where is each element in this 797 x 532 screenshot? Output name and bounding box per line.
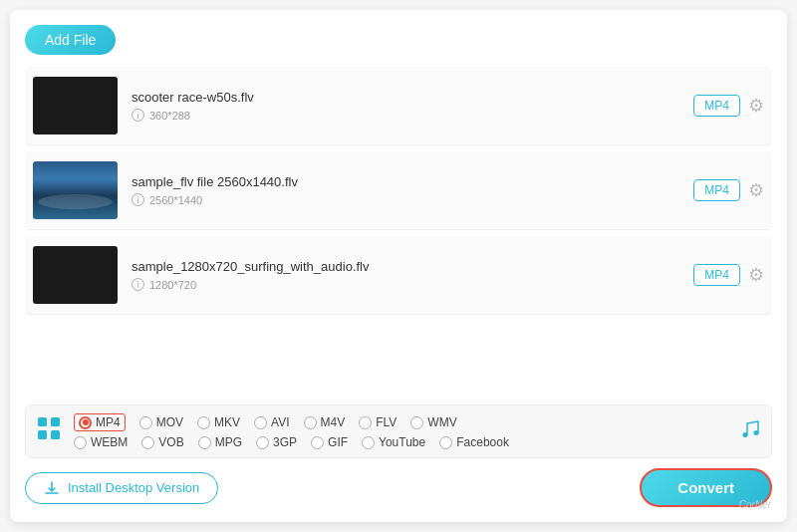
main-container: Add File scooter race-w50s.flv i 360*288… — [10, 10, 787, 522]
table-row: sample_flv file 2560x1440.flv i 2560*144… — [25, 151, 772, 230]
file-info-3: sample_1280x720_surfing_with_audio.flv i… — [132, 259, 693, 291]
top-bar: Add File — [25, 25, 772, 55]
format-label-mov: MOV — [156, 415, 183, 429]
gear-icon-2[interactable]: ⚙ — [748, 179, 764, 201]
format-label-webm: WEBM — [91, 435, 128, 449]
file-name-1: scooter race-w50s.flv — [132, 90, 693, 105]
table-row: scooter race-w50s.flv i 360*288 MP4 ⚙ — [25, 67, 772, 145]
format-label-mkv: MKV — [214, 415, 240, 429]
format-label-mp4: MP4 — [96, 415, 121, 429]
file-actions-3: MP4 ⚙ — [693, 264, 764, 286]
format-label-wmv: WMV — [427, 415, 456, 429]
svg-rect-1 — [51, 417, 60, 426]
format-option-wmv[interactable]: WMV — [410, 415, 456, 429]
info-icon-1: i — [132, 109, 144, 122]
gear-icon-3[interactable]: ⚙ — [748, 264, 764, 286]
download-icon — [44, 480, 60, 496]
radio-gif — [311, 436, 324, 449]
format-option-flv[interactable]: FLV — [359, 415, 397, 429]
file-meta-3: i 1280*720 — [132, 278, 693, 291]
grid-icon[interactable] — [36, 415, 62, 447]
format-label-flv: FLV — [376, 415, 397, 429]
radio-mp4 — [79, 416, 92, 429]
format-option-mp4[interactable]: MP4 — [74, 413, 126, 431]
svg-rect-2 — [38, 430, 47, 439]
format-label-gif: GIF — [328, 435, 348, 449]
info-icon-3: i — [132, 278, 144, 291]
format-option-youtube[interactable]: YouTube — [362, 435, 425, 449]
svg-rect-3 — [51, 430, 60, 439]
file-thumbnail-2 — [33, 161, 118, 219]
file-dimensions-1: 360*288 — [149, 110, 190, 122]
info-icon-2: i — [132, 193, 144, 206]
radio-mov — [139, 416, 152, 429]
format-row-2: WEBM VOB MPG 3GP GIF — [74, 435, 729, 449]
format-option-m4v[interactable]: M4V — [304, 415, 346, 429]
format-row-1: MP4 MOV MKV AVI M4V — [74, 413, 729, 431]
file-meta-1: i 360*288 — [132, 109, 693, 122]
format-bar: MP4 MOV MKV AVI M4V — [25, 404, 772, 458]
file-actions-2: MP4 ⚙ — [693, 179, 764, 201]
file-info-2: sample_flv file 2560x1440.flv i 2560*144… — [132, 174, 693, 206]
format-option-webm[interactable]: WEBM — [74, 435, 128, 449]
table-row: sample_1280x720_surfing_with_audio.flv i… — [25, 236, 772, 315]
format-option-gif[interactable]: GIF — [311, 435, 348, 449]
format-label-vob: VOB — [158, 435, 183, 449]
format-option-facebook[interactable]: Facebook — [439, 435, 509, 449]
svg-point-5 — [754, 430, 759, 435]
install-label: Install Desktop Version — [68, 480, 199, 495]
format-label-avi: AVI — [271, 415, 289, 429]
format-label-3gp: 3GP — [273, 435, 297, 449]
format-label-youtube: YouTube — [379, 435, 425, 449]
file-info-1: scooter race-w50s.flv i 360*288 — [132, 90, 693, 122]
format-badge-3[interactable]: MP4 — [693, 264, 740, 286]
format-label-facebook: Facebook — [456, 435, 509, 449]
gear-icon-1[interactable]: ⚙ — [748, 95, 764, 117]
radio-mpg — [198, 436, 211, 449]
radio-webm — [74, 436, 87, 449]
format-badge-1[interactable]: MP4 — [693, 95, 740, 117]
file-thumbnail-1 — [33, 77, 118, 134]
format-option-mpg[interactable]: MPG — [198, 435, 242, 449]
file-name-3: sample_1280x720_surfing_with_audio.flv — [132, 259, 693, 274]
file-name-2: sample_flv file 2560x1440.flv — [132, 174, 693, 189]
file-actions-1: MP4 ⚙ — [693, 95, 764, 117]
radio-vob — [141, 436, 154, 449]
add-file-button[interactable]: Add File — [25, 25, 116, 55]
install-desktop-button[interactable]: Install Desktop Version — [25, 472, 218, 504]
format-option-vob[interactable]: VOB — [141, 435, 183, 449]
music-icon[interactable] — [739, 418, 761, 445]
radio-flv — [359, 416, 372, 429]
format-option-mov[interactable]: MOV — [139, 415, 183, 429]
format-label-m4v: M4V — [321, 415, 346, 429]
format-badge-2[interactable]: MP4 — [693, 179, 740, 201]
format-options: MP4 MOV MKV AVI M4V — [74, 413, 729, 449]
corner-text: CorNer — [739, 499, 771, 510]
svg-point-4 — [743, 432, 748, 437]
file-dimensions-2: 2560*1440 — [149, 194, 202, 206]
action-bar: Install Desktop Version Convert — [25, 468, 772, 507]
radio-3gp — [256, 436, 269, 449]
file-thumbnail-3 — [33, 246, 118, 304]
radio-facebook — [439, 436, 452, 449]
format-option-mkv[interactable]: MKV — [197, 415, 240, 429]
file-dimensions-3: 1280*720 — [149, 279, 196, 291]
radio-avi — [254, 416, 267, 429]
svg-rect-0 — [38, 417, 47, 426]
format-option-avi[interactable]: AVI — [254, 415, 289, 429]
radio-wmv — [410, 416, 423, 429]
radio-m4v — [304, 416, 317, 429]
radio-youtube — [362, 436, 375, 449]
file-meta-2: i 2560*1440 — [132, 193, 693, 206]
radio-mkv — [197, 416, 210, 429]
file-list: scooter race-w50s.flv i 360*288 MP4 ⚙ sa… — [25, 67, 772, 397]
format-label-mpg: MPG — [215, 435, 242, 449]
format-option-3gp[interactable]: 3GP — [256, 435, 297, 449]
